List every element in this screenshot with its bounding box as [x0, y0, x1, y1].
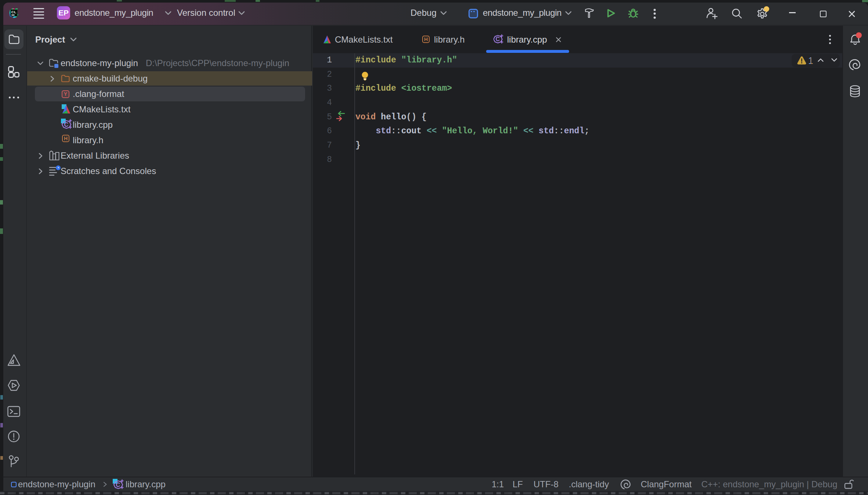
svg-text:CL: CL: [11, 10, 17, 14]
svg-text:C: C: [496, 36, 500, 42]
svg-text:C: C: [64, 122, 69, 128]
svg-text:C: C: [116, 482, 120, 488]
